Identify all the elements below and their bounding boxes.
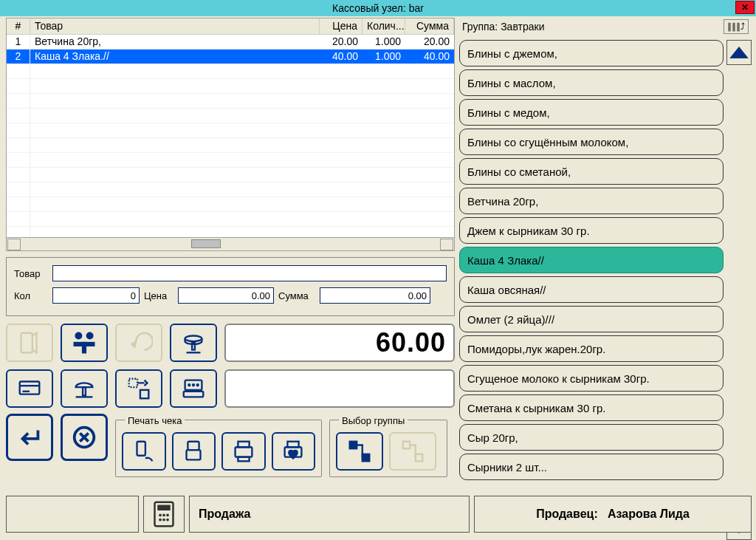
product-button[interactable]: Сметана к сырникам 30 гр. [459,394,724,421]
print-heart-button[interactable] [272,432,316,471]
serve-icon-button[interactable] [61,369,108,408]
qty-field[interactable] [52,287,140,304]
svg-rect-24 [238,457,249,462]
order-row[interactable]: 1Ветчина 20гр,20.001.00020.00 [7,35,454,49]
product-button[interactable]: Каша 4 Злака// [459,247,724,273]
product-button[interactable]: Сырники 2 шт... [459,454,724,480]
calc-icon[interactable] [143,496,185,533]
product-button[interactable]: Блины с джемом, [459,40,724,66]
product-button[interactable]: Каша овсяная// [459,276,724,303]
pay-cash-button[interactable] [122,432,166,471]
svg-point-17 [197,384,199,386]
svg-rect-12 [140,390,148,398]
svg-rect-29 [403,442,410,449]
svg-point-36 [159,519,162,522]
sum-field[interactable] [320,287,430,304]
svg-point-33 [159,513,162,516]
order-row[interactable]: 2Каша 4 Злака.//40.001.00040.00 [7,49,454,64]
fields-panel: Товар Кол Цена Сумма [6,257,455,316]
dish-icon-button[interactable] [170,324,217,362]
undo-icon-button[interactable] [115,324,162,362]
svg-rect-0 [21,333,32,353]
svg-point-34 [162,513,165,516]
svg-point-37 [162,519,165,522]
product-button[interactable]: Блины со сгущённым молоком, [459,129,724,155]
svg-rect-11 [129,379,137,387]
name-field[interactable] [52,265,447,281]
svg-point-2 [87,333,93,339]
hierarchy-alt-button[interactable] [389,432,436,471]
enter-button[interactable] [6,414,53,461]
svg-rect-21 [187,450,201,459]
card-icon-button[interactable] [6,369,53,408]
window-title: Кассовый узел: bar [332,2,424,14]
svg-point-16 [193,384,194,386]
field-qty-label: Кол [14,290,48,301]
col-num: # [7,18,30,34]
field-sum-label: Сумма [278,290,315,301]
svg-point-35 [166,513,169,516]
svg-rect-22 [235,447,252,457]
svg-point-5 [185,336,202,342]
product-button[interactable]: Блины с маслом, [459,69,724,96]
col-price: Цена [320,18,362,34]
product-button[interactable]: Джем к сырникам 30 гр. [459,217,724,244]
svg-rect-14 [184,392,204,397]
titlebar: Кассовый узел: bar ✕ [0,0,756,16]
svg-rect-7 [20,382,40,394]
select-groupbox: Выбор группы [329,420,447,477]
cancel-button[interactable] [61,414,108,461]
product-button[interactable]: Ветчина 20гр, [459,188,724,214]
hierarchy-button[interactable] [336,432,383,471]
price-field[interactable] [178,287,274,304]
svg-point-38 [166,519,169,522]
svg-rect-30 [416,454,423,462]
product-button[interactable]: Помидоры,лук жарен.20гр. [459,335,724,362]
svg-rect-19 [137,442,145,456]
product-button[interactable]: Блины с медом, [459,99,724,126]
product-button[interactable]: Омлет (2 яйца)/// [459,306,724,332]
col-sum: Сумма [405,18,454,34]
product-button[interactable]: Блины со сметаной, [459,158,724,185]
product-button[interactable]: Сыр 20гр, [459,424,724,451]
col-name: Товар [30,18,320,34]
close-button[interactable]: ✕ [735,1,755,14]
horiz-scrollbar[interactable] [6,238,455,251]
product-button[interactable]: Сгущеное молоко к сырникам 30гр. [459,365,724,392]
order-grid[interactable]: # Товар Цена Колич... Сумма 1Ветчина 20г… [6,18,455,238]
register-icon-button[interactable] [170,369,217,408]
svg-point-15 [188,384,190,386]
page-up-button[interactable] [726,40,752,65]
total-display: 60.00 [224,324,455,362]
mode-status: Продажа [189,496,470,533]
status-blank [6,496,139,533]
svg-rect-4 [83,343,86,352]
field-price-label: Цена [144,290,173,301]
barcode-icon[interactable]: ∥∥∥⤴ [724,19,749,34]
svg-rect-26 [288,442,299,448]
product-list: Блины с джемом,Блины с маслом,Блины с ме… [459,40,724,540]
svg-rect-28 [362,454,370,462]
field-name-label: Товар [14,268,48,279]
receipt-icon-button[interactable] [6,324,53,362]
table-icon-button[interactable] [61,324,108,362]
group-label: Группа: Завтраки [462,21,544,33]
payment-display [224,369,455,408]
svg-rect-10 [83,387,86,395]
seller-status: Продавец: Азарова Лида [474,496,752,533]
svg-rect-32 [157,505,171,511]
svg-rect-20 [188,442,199,450]
svg-rect-23 [238,442,249,448]
col-qty: Колич... [362,18,405,34]
select-mode-icon-button[interactable] [115,369,162,408]
svg-rect-27 [350,442,357,449]
pay-card-button[interactable] [172,432,216,471]
print-fiscal-button[interactable] [221,432,266,471]
svg-point-1 [76,333,82,339]
print-groupbox: Печать чека [115,420,322,477]
